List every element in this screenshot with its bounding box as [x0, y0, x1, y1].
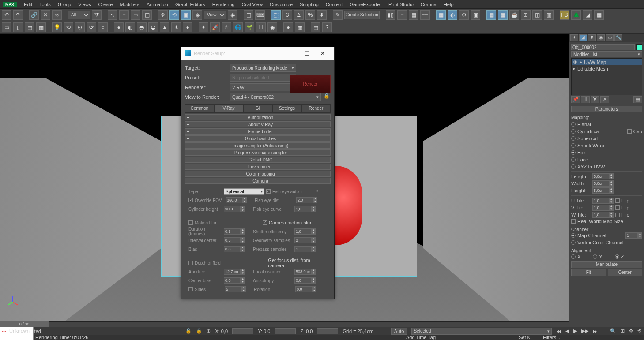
menu-grapheditors[interactable]: Graph Editors	[175, 2, 205, 7]
menu-views[interactable]: Views	[78, 2, 91, 7]
parameters-rollout[interactable]: Parameters	[571, 106, 642, 112]
select-name-button[interactable]: ≡	[119, 10, 129, 20]
link-button[interactable]: 🔗	[29, 10, 39, 20]
menu-modifiers[interactable]: Modifiers	[120, 2, 139, 7]
render-e-button[interactable]: ◫	[532, 10, 542, 20]
particles-icon[interactable]: ✦	[199, 22, 208, 32]
render-b-button[interactable]: ▦	[498, 10, 508, 20]
tree-icon[interactable]: 🌲	[571, 10, 581, 20]
tab-gi[interactable]: GI	[243, 104, 272, 113]
height-spinner[interactable]: ▲▼	[592, 187, 614, 194]
align-button[interactable]: ≡	[397, 10, 407, 20]
render-setup-button[interactable]: ⚙	[459, 10, 469, 20]
menu-rendering[interactable]: Rendering	[212, 2, 235, 7]
rotation-spinner[interactable]: ▲▼	[295, 286, 316, 292]
snap-2d-button[interactable]: ⬚	[271, 10, 281, 20]
cam-motion-blur-checkbox[interactable]	[263, 220, 267, 225]
manipulate-button[interactable]: ◫	[244, 10, 253, 20]
rollout-framebuffer[interactable]: +Frame buffer	[185, 128, 331, 135]
t2-1[interactable]: ▭	[2, 22, 11, 32]
menu-create[interactable]: Create	[98, 2, 113, 7]
close-button[interactable]: ✕	[315, 47, 331, 60]
renderer-dropdown[interactable]: V-Ray	[230, 83, 296, 91]
axis-x-radio[interactable]	[571, 254, 576, 259]
t2-2[interactable]: ▯	[13, 22, 23, 32]
select-rect-button[interactable]: ▭	[131, 10, 140, 20]
modify-tab[interactable]: ◢	[579, 34, 587, 41]
map-spherical[interactable]: Spherical	[571, 135, 642, 142]
menu-scripting[interactable]: Scripting	[300, 2, 319, 7]
uflip-checkbox[interactable]	[615, 198, 620, 203]
time-slider[interactable]: 0 / 30	[0, 321, 49, 327]
max-logo[interactable]: MAX	[3, 2, 17, 7]
rollout-camera[interactable]: −Camera	[185, 178, 331, 184]
keyfilter-dropdown[interactable]: Selected	[411, 328, 552, 335]
modifier-stack[interactable]: 👁▸UVW Map ▸Editable Mesh	[571, 58, 642, 95]
sphere6-icon[interactable]: ◉	[267, 22, 277, 32]
list-icon[interactable]: ▤	[311, 22, 320, 32]
width-spinner[interactable]: ▲▼	[592, 180, 614, 187]
menu-animation[interactable]: Animation	[147, 2, 168, 7]
menu-edit[interactable]: Edit	[24, 2, 32, 7]
menu-gameexporter[interactable]: GameExporter	[350, 2, 381, 7]
z-field[interactable]	[317, 328, 338, 334]
modifier-list-dropdown[interactable]: Modifier List	[571, 51, 642, 57]
dialog-titlebar[interactable]: Render Setup: — ☐ ✕	[181, 47, 334, 60]
percent-snap-button[interactable]: %	[305, 10, 315, 20]
sphere1-icon[interactable]: ●	[114, 22, 124, 32]
get-focus-checkbox[interactable]	[262, 261, 266, 265]
play-next-button[interactable]: ▶▶	[581, 328, 588, 334]
unlink-button[interactable]: ✕	[41, 10, 50, 20]
move-button[interactable]: ✥	[158, 10, 168, 20]
configure-button[interactable]: ▤	[633, 96, 642, 103]
cap-checkbox[interactable]	[627, 129, 632, 134]
curve-editor-button[interactable]: 〰	[420, 10, 430, 20]
menu-help[interactable]: Help	[444, 2, 454, 7]
filter-dropdown[interactable]: All	[68, 11, 90, 19]
h-icon[interactable]: H	[256, 22, 266, 32]
sphere5-icon[interactable]: ●	[183, 22, 192, 32]
fisheye-autofit-checkbox[interactable]	[266, 189, 271, 194]
tab-common[interactable]: Common	[185, 104, 214, 113]
spinner-snap-button[interactable]: ⬍	[317, 10, 327, 20]
play-start-button[interactable]: ⏮	[556, 329, 561, 334]
help-icon[interactable]: ?	[322, 22, 332, 32]
fov-spinner[interactable]: ▲▼	[226, 197, 247, 203]
lock-view-button[interactable]: 🔒	[324, 93, 331, 101]
vertex-color-radio[interactable]: Vertex Color Channel	[571, 239, 642, 246]
cone-icon[interactable]: ▲	[160, 22, 169, 32]
menu-corona[interactable]: Corona	[421, 2, 437, 7]
coord-dropdown[interactable]: View	[204, 11, 226, 19]
prepass-spinner[interactable]: ▲▼	[294, 246, 316, 252]
map-shrinkwrap[interactable]: Shrink Wrap	[571, 142, 642, 149]
orbit-icon[interactable]: ⟲	[637, 328, 641, 334]
duration-spinner[interactable]: ▲▼	[224, 228, 245, 235]
setkey-button[interactable]: Set K.	[519, 335, 532, 340]
vflip-checkbox[interactable]	[615, 205, 620, 210]
sides-checkbox[interactable]	[188, 287, 193, 291]
bias-spinner[interactable]: ▲▼	[224, 246, 245, 252]
hierarchy-tab[interactable]: ⬍	[588, 34, 596, 41]
x-field[interactable]	[232, 328, 253, 334]
geom-spinner[interactable]: ▲▼	[294, 237, 316, 243]
map-channel-spinner[interactable]: ▲▼	[625, 232, 642, 239]
motion-blur-checkbox[interactable]	[188, 220, 193, 225]
menu-group[interactable]: Group	[58, 2, 72, 7]
autokey-button[interactable]: Auto	[391, 328, 407, 335]
pin-stack-button[interactable]: 📌	[571, 96, 580, 103]
object-color-swatch[interactable]	[636, 44, 642, 50]
fisheye-curve-spinner[interactable]: ▲▼	[294, 206, 316, 212]
maxscript-listener[interactable]: -- Unknown	[0, 327, 34, 340]
wtile-spinner[interactable]: ▲▼	[592, 212, 614, 218]
cyl-height-spinner[interactable]: ▲▼	[224, 206, 245, 212]
named-sel-edit-button[interactable]: ✎	[333, 10, 343, 20]
view-dropdown[interactable]: Quad 4 - Camera002	[230, 93, 321, 101]
named-selection-input[interactable]	[344, 11, 380, 19]
focal-spinner[interactable]: ▲▼	[294, 269, 316, 275]
t2-9[interactable]: ○	[98, 22, 108, 32]
dof-checkbox[interactable]	[188, 261, 193, 265]
shutter-spinner[interactable]: ▲▼	[294, 228, 316, 235]
tab-render-elements[interactable]: Render Elements	[301, 104, 331, 113]
sphere3-icon[interactable]: ◓	[137, 22, 147, 32]
center-bias-spinner[interactable]: ▲▼	[224, 277, 245, 284]
